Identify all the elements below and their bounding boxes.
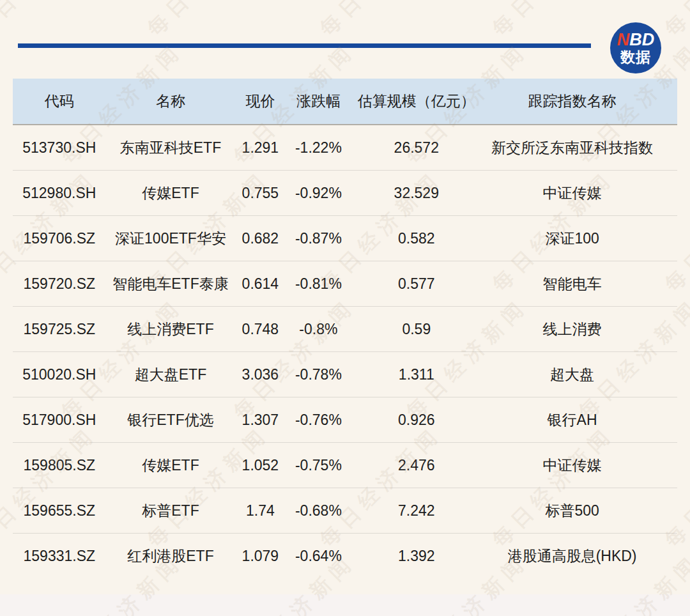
table-row: 159331.SZ红利港股ETF1.079-0.64%1.392港股通高股息(H…	[13, 534, 677, 578]
cell-name: 银行ETF优选	[106, 410, 236, 430]
table-row: 159655.SZ标普ETF1.74-0.68%7.242标普500	[13, 488, 677, 534]
cell-price: 0.682	[235, 230, 285, 247]
header-name: 名称	[106, 91, 236, 111]
cell-index: 中证传媒	[481, 183, 677, 203]
cell-scale: 0.577	[351, 275, 481, 293]
cell-change: -0.64%	[285, 548, 351, 565]
brand-divider-line	[18, 43, 591, 48]
cell-price: 1.079	[235, 548, 285, 565]
cell-change: -0.75%	[285, 457, 351, 474]
cell-name: 传媒ETF	[106, 183, 236, 203]
etf-table: 代码名称现价涨跌幅估算规模（亿元）跟踪指数名称 513730.SH东南亚科技ET…	[13, 79, 677, 578]
cell-price: 1.052	[235, 457, 285, 474]
cell-scale: 0.59	[351, 321, 481, 338]
header-code: 代码	[13, 91, 106, 111]
cell-index: 深证100	[481, 229, 677, 249]
cell-change: -1.22%	[285, 139, 351, 157]
cell-index: 智能电车	[481, 274, 677, 294]
cell-index: 线上消费	[481, 320, 677, 339]
cell-change: -0.81%	[285, 275, 351, 293]
table-row: 512980.SH传媒ETF0.755-0.92%32.529中证传媒	[13, 171, 677, 216]
cell-name: 深证100ETF华安	[106, 229, 236, 249]
cell-price: 1.74	[235, 502, 285, 520]
cell-scale: 32.529	[351, 185, 481, 202]
cell-name: 超大盘ETF	[106, 365, 236, 385]
table-row: 159725.SZ线上消费ETF0.748-0.8%0.59线上消费	[13, 307, 677, 352]
cell-price: 0.614	[235, 275, 285, 293]
cell-name: 标普ETF	[106, 501, 236, 521]
table-row: 513730.SH东南亚科技ETF1.291-1.22%26.572新交所泛东南…	[13, 125, 677, 171]
cell-index: 超大盘	[481, 365, 677, 385]
cell-change: -0.78%	[285, 366, 351, 383]
cell-code: 513730.SH	[13, 139, 106, 157]
cell-name: 传媒ETF	[106, 456, 236, 475]
table-row: 159805.SZ传媒ETF1.052-0.75%2.476中证传媒	[13, 443, 677, 488]
cell-code: 159655.SZ	[13, 502, 106, 520]
cell-code: 510020.SH	[13, 366, 106, 383]
cell-change: -0.8%	[285, 321, 351, 338]
cell-name: 智能电车ETF泰康	[106, 274, 236, 294]
cell-scale: 1.311	[351, 366, 481, 383]
nbd-logo: NBD 数据	[610, 22, 661, 73]
header-index: 跟踪指数名称	[481, 91, 677, 111]
watermark-text: 每日经济新闻	[141, 0, 275, 43]
cell-scale: 0.926	[351, 412, 481, 429]
cell-change: -0.92%	[285, 185, 351, 202]
cell-scale: 7.242	[351, 502, 481, 520]
header-price: 现价	[235, 91, 285, 111]
cell-change: -0.68%	[285, 502, 351, 520]
table-row: 159720.SZ智能电车ETF泰康0.614-0.81%0.577智能电车	[13, 261, 677, 307]
cell-price: 0.748	[235, 321, 285, 338]
cell-index: 港股通高股息(HKD)	[481, 546, 677, 566]
table-body: 513730.SH东南亚科技ETF1.291-1.22%26.572新交所泛东南…	[13, 125, 677, 578]
cell-change: -0.76%	[285, 412, 351, 429]
cell-code: 512980.SH	[13, 185, 106, 202]
cell-name: 东南亚科技ETF	[106, 138, 236, 158]
header-change: 涨跌幅	[285, 91, 351, 111]
nbd-logo-n: N	[617, 30, 630, 49]
watermark-text: 每日经济新闻	[314, 0, 447, 43]
watermark-text: 每日经济新闻	[0, 0, 103, 43]
infographic-page: 每日经济新闻每日经济新闻每日经济新闻每日经济新闻每日经济新闻每日经济新闻每日经济…	[0, 0, 690, 616]
cell-code: 159805.SZ	[13, 457, 106, 474]
cell-scale: 26.572	[351, 139, 481, 157]
table-row: 517900.SH银行ETF优选1.307-0.76%0.926银行AH	[13, 397, 677, 443]
cell-price: 1.307	[235, 412, 285, 429]
cell-code: 517900.SH	[13, 412, 106, 429]
cell-code: 159706.SZ	[13, 230, 106, 247]
cell-change: -0.87%	[285, 230, 351, 247]
cell-index: 中证传媒	[481, 456, 677, 475]
cell-code: 159725.SZ	[13, 321, 106, 338]
cell-price: 3.036	[235, 366, 285, 383]
cell-scale: 2.476	[351, 457, 481, 474]
cell-index: 新交所泛东南亚科技指数	[481, 138, 677, 158]
nbd-logo-bd: BD	[629, 30, 654, 49]
cell-index: 银行AH	[481, 410, 677, 430]
cell-scale: 1.392	[351, 548, 481, 565]
cell-index: 标普500	[481, 501, 677, 521]
cell-name: 线上消费ETF	[106, 320, 236, 339]
nbd-logo-text: NBD	[617, 31, 655, 49]
bottom-band	[0, 594, 690, 616]
cell-name: 红利港股ETF	[106, 546, 236, 566]
nbd-logo-subtitle: 数据	[620, 49, 651, 65]
cell-code: 159331.SZ	[13, 548, 106, 565]
table-row: 510020.SH超大盘ETF3.036-0.78%1.311超大盘	[13, 352, 677, 397]
table-header: 代码名称现价涨跌幅估算规模（亿元）跟踪指数名称	[13, 79, 677, 125]
table-row: 159706.SZ深证100ETF华安0.682-0.87%0.582深证100	[13, 216, 677, 261]
watermark-text: 每日经济新闻	[486, 0, 620, 43]
watermark-text: 每日经济新闻	[659, 0, 690, 43]
header-scale: 估算规模（亿元）	[351, 91, 481, 111]
cell-scale: 0.582	[351, 230, 481, 247]
cell-price: 0.755	[235, 185, 285, 202]
cell-code: 159720.SZ	[13, 275, 106, 293]
cell-price: 1.291	[235, 139, 285, 157]
